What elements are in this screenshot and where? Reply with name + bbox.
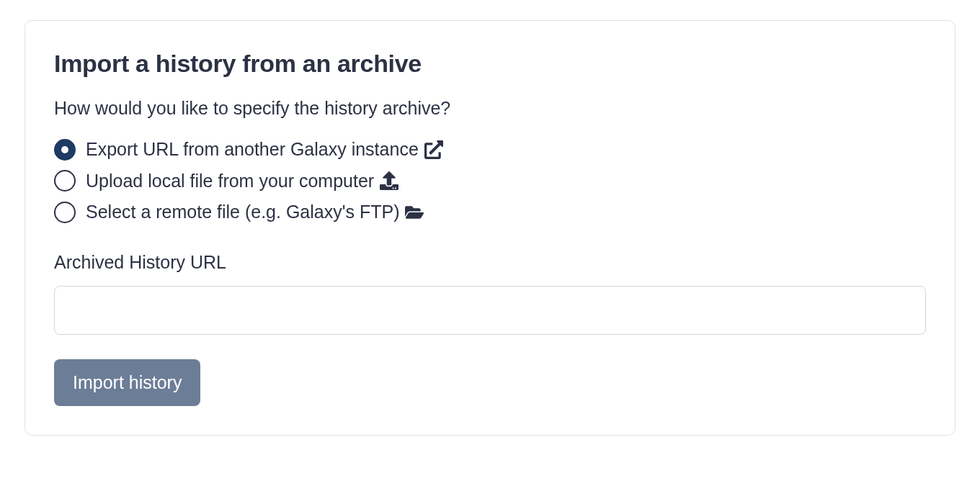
upload-icon xyxy=(380,171,398,190)
import-history-button[interactable]: Import history xyxy=(54,359,200,406)
panel-title: Import a history from an archive xyxy=(54,50,926,78)
radio-label-text: Export URL from another Galaxy instance xyxy=(86,136,419,163)
radio-option-upload-local[interactable]: Upload local file from your computer xyxy=(54,168,926,195)
radio-label-text: Upload local file from your computer xyxy=(86,168,374,195)
radio-label-text: Select a remote file (e.g. Galaxy's FTP) xyxy=(86,199,399,226)
url-field-label: Archived History URL xyxy=(54,252,926,273)
archived-history-url-input[interactable] xyxy=(54,286,926,335)
radio-indicator xyxy=(54,202,76,223)
folder-open-icon xyxy=(405,203,424,222)
import-history-panel: Import a history from an archive How wou… xyxy=(24,20,956,436)
archive-source-radio-group: Export URL from another Galaxy instance … xyxy=(54,136,926,226)
radio-option-export-url[interactable]: Export URL from another Galaxy instance xyxy=(54,136,926,163)
radio-indicator xyxy=(54,139,76,161)
panel-subtitle: How would you like to specify the histor… xyxy=(54,98,926,119)
radio-indicator xyxy=(54,170,76,192)
external-link-icon xyxy=(424,140,443,159)
radio-option-remote-file[interactable]: Select a remote file (e.g. Galaxy's FTP) xyxy=(54,199,926,226)
